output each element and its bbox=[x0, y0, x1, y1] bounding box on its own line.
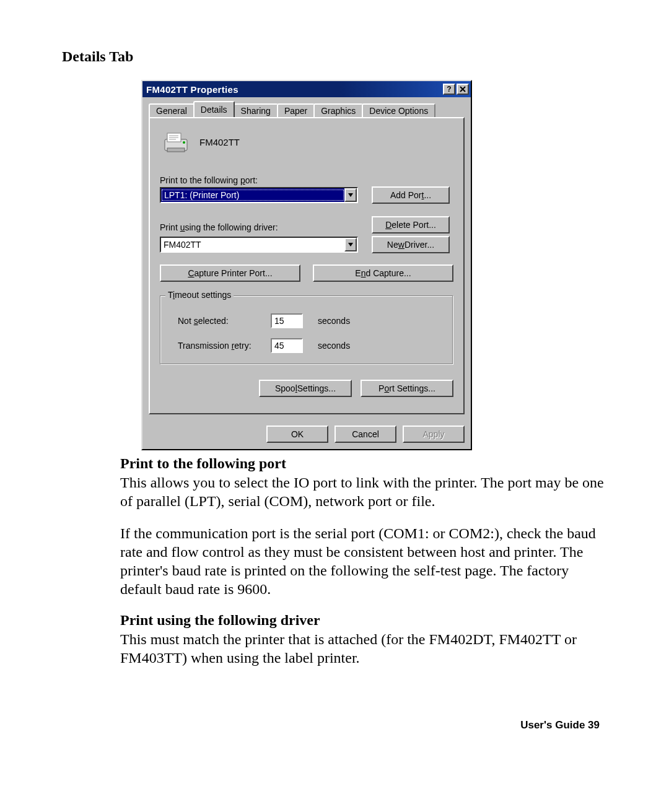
help-icon: ? bbox=[445, 85, 453, 93]
text-port-p2: If the communication port is the serial … bbox=[120, 524, 607, 598]
label-print-port: Print to the following port: bbox=[160, 175, 453, 185]
close-button[interactable] bbox=[457, 84, 469, 95]
heading-details-tab: Details Tab bbox=[62, 48, 607, 65]
titlebar: FM402TT Properties ? bbox=[142, 81, 471, 97]
window-title: FM402TT Properties bbox=[146, 84, 442, 95]
window-client-area: General Details Sharing Paper Graphics D… bbox=[142, 97, 471, 421]
combo-port[interactable]: LPT1: (Printer Port) bbox=[160, 187, 358, 203]
ok-button[interactable]: OK bbox=[266, 426, 328, 443]
combo-driver-value: FM402TT bbox=[161, 240, 344, 250]
tab-strip: General Details Sharing Paper Graphics D… bbox=[149, 102, 465, 117]
properties-window: FM402TT Properties ? General bbox=[141, 80, 472, 450]
chevron-down-icon bbox=[348, 193, 353, 197]
label-not-selected: Not selected: bbox=[178, 316, 271, 326]
label-print-driver: Print using the following driver: bbox=[160, 222, 358, 232]
combo-port-value: LPT1: (Printer Port) bbox=[162, 190, 344, 201]
svg-marker-11 bbox=[348, 243, 353, 247]
combo-port-drop-button[interactable] bbox=[344, 188, 357, 202]
unit-seconds-1: seconds bbox=[318, 316, 350, 326]
tab-device-options[interactable]: Device Options bbox=[362, 103, 435, 117]
combo-driver[interactable]: FM402TT bbox=[160, 237, 358, 253]
tab-sharing[interactable]: Sharing bbox=[234, 103, 278, 117]
add-port-button[interactable]: Add Port... bbox=[372, 186, 450, 204]
group-timeout-settings: Timeout settings Not selected: seconds T… bbox=[160, 295, 453, 365]
unit-seconds-2: seconds bbox=[318, 341, 350, 351]
new-driver-button[interactable]: New Driver... bbox=[372, 236, 450, 253]
svg-text:?: ? bbox=[447, 85, 451, 93]
tab-paper[interactable]: Paper bbox=[277, 103, 315, 117]
help-button[interactable]: ? bbox=[443, 84, 455, 95]
close-icon bbox=[460, 86, 466, 92]
dialog-button-row: OK Cancel Apply bbox=[142, 421, 471, 449]
tab-panel-details: FM402TT Print to the following port: LPT… bbox=[149, 117, 465, 414]
text-driver-p1: This must match the printer that is atta… bbox=[120, 630, 607, 667]
printer-icon bbox=[161, 129, 191, 154]
input-transmission-retry[interactable] bbox=[271, 338, 303, 353]
printer-name-label: FM402TT bbox=[199, 137, 240, 147]
heading-print-driver: Print using the following driver bbox=[120, 612, 607, 629]
tab-graphics[interactable]: Graphics bbox=[313, 103, 363, 117]
dialog-screenshot: FM402TT Properties ? General bbox=[141, 80, 472, 450]
combo-driver-drop-button[interactable] bbox=[344, 238, 357, 251]
tab-details[interactable]: Details bbox=[193, 101, 235, 117]
apply-button[interactable]: Apply bbox=[403, 426, 465, 443]
heading-print-port: Print to the following port bbox=[120, 455, 607, 472]
delete-port-button[interactable]: Delete Port... bbox=[372, 216, 450, 234]
spool-settings-button[interactable]: Spool Settings... bbox=[259, 380, 352, 397]
input-not-selected[interactable] bbox=[271, 313, 303, 328]
page-footer: User's Guide 39 bbox=[520, 719, 600, 731]
group-timeout-legend: Timeout settings bbox=[165, 290, 234, 300]
cancel-button[interactable]: Cancel bbox=[334, 426, 396, 443]
svg-rect-9 bbox=[167, 148, 185, 152]
tab-general[interactable]: General bbox=[149, 103, 195, 117]
label-transmission-retry: Transmission retry: bbox=[178, 341, 271, 351]
svg-point-8 bbox=[183, 141, 185, 144]
end-capture-button[interactable]: End Capture... bbox=[313, 264, 453, 282]
text-port-p1: This allows you to select the IO port to… bbox=[120, 473, 607, 510]
port-settings-button[interactable]: Port Settings... bbox=[361, 380, 453, 397]
svg-marker-10 bbox=[348, 193, 353, 197]
capture-printer-port-button[interactable]: Capture Printer Port... bbox=[160, 264, 300, 282]
chevron-down-icon bbox=[348, 243, 353, 247]
